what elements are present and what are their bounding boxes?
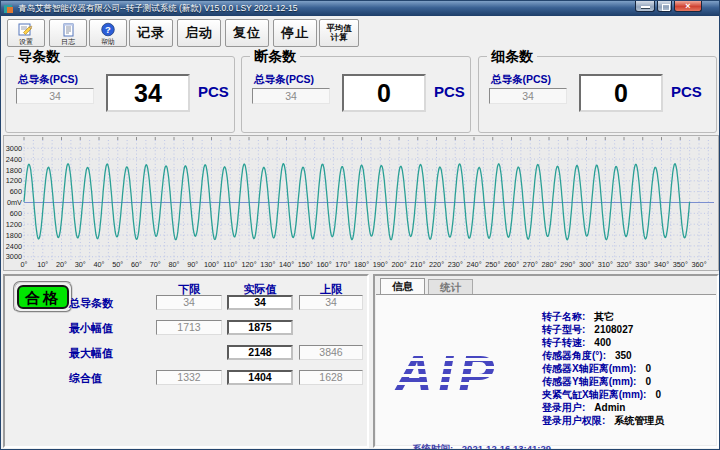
bar-count-unit: PCS <box>198 83 229 100</box>
svg-text:2400: 2400 <box>6 242 22 251</box>
window-controls: × <box>635 1 702 12</box>
y-axis-labels: 30002400180012006000mV600120018002400300… <box>6 144 22 262</box>
minimize-button[interactable] <box>635 1 655 12</box>
svg-text:350°: 350° <box>673 260 688 269</box>
svg-text:600: 600 <box>10 209 22 218</box>
waveform-trace <box>24 164 690 240</box>
titlebar: 青岛艾普智能仪器有限公司--转子测试系统 (新款) V15.0.0 LSY 20… <box>1 1 719 16</box>
result-row: 综合值133214041628 <box>5 370 367 386</box>
maximize-button[interactable] <box>657 1 672 12</box>
result-row: 最小幅值17131875 <box>5 320 367 336</box>
result-row-label: 最小幅值 <box>69 321 155 336</box>
svg-text:170°: 170° <box>335 260 350 269</box>
broken-total-label: 总导条(PCS) <box>254 73 314 87</box>
info-field-value: 400 <box>594 337 611 348</box>
help-button-label: 帮助 <box>101 38 115 45</box>
info-field: 转子转速:400 <box>542 336 664 349</box>
app-icon <box>4 4 14 14</box>
svg-text:270°: 270° <box>523 260 538 269</box>
info-field-value: 0 <box>655 389 661 400</box>
svg-text:120°: 120° <box>241 260 256 269</box>
stop-button[interactable]: 停止 <box>273 19 317 47</box>
info-field: 夹紧气缸X轴距离(mm):0 <box>542 388 664 401</box>
result-upper-limit: 1628 <box>299 370 363 385</box>
broken-total-field[interactable]: 34 <box>252 88 330 104</box>
result-row: 最大幅值21483846 <box>5 345 367 361</box>
svg-text:2400: 2400 <box>6 155 22 164</box>
svg-text:10°: 10° <box>37 260 48 269</box>
svg-text:110°: 110° <box>223 260 238 269</box>
svg-text:3000: 3000 <box>6 144 22 153</box>
svg-text:1800: 1800 <box>6 231 22 240</box>
log-icon <box>60 22 76 37</box>
svg-text:330°: 330° <box>635 260 650 269</box>
result-row-label: 最大幅值 <box>69 346 155 361</box>
svg-text:260°: 260° <box>504 260 519 269</box>
result-actual-value: 1875 <box>227 320 293 335</box>
average-calc-button[interactable]: 平均值 计算 <box>319 19 359 47</box>
svg-text:210°: 210° <box>410 260 425 269</box>
info-field-label: 夹紧气缸X轴距离(mm): <box>542 388 646 402</box>
broken-count-unit: PCS <box>434 83 465 100</box>
log-button[interactable]: 日志 <box>49 19 87 47</box>
svg-text:250°: 250° <box>485 260 500 269</box>
info-field-value: 其它 <box>594 310 614 324</box>
system-time-label: 系统时间: <box>412 443 453 450</box>
result-row-label: 综合值 <box>69 371 155 386</box>
help-button[interactable]: ? 帮助 <box>89 19 127 47</box>
info-field-value: 2108027 <box>594 324 633 335</box>
info-field-value: 0 <box>645 363 651 374</box>
svg-text:190°: 190° <box>373 260 388 269</box>
info-field-label: 传感器角度(°): <box>542 349 606 363</box>
info-field-label: 转子转速: <box>542 336 585 350</box>
svg-text:320°: 320° <box>616 260 631 269</box>
toolbar: 设置 日志 ? 帮助 记录 启动 复位 停止 平均值 计算 <box>1 16 719 49</box>
total-bars-label: 总导条(PCS) <box>18 73 78 87</box>
svg-text:30°: 30° <box>75 260 86 269</box>
svg-text:40°: 40° <box>93 260 104 269</box>
close-button[interactable]: × <box>674 1 702 12</box>
broken-count-value: 0 <box>342 74 426 112</box>
chart-grid <box>24 140 714 260</box>
svg-text:1200: 1200 <box>6 176 22 185</box>
record-button[interactable]: 记录 <box>129 19 173 47</box>
chart-top-ticks <box>24 137 699 140</box>
svg-text:100°: 100° <box>204 260 219 269</box>
reset-button[interactable]: 复位 <box>225 19 269 47</box>
groupbox-broken-count-title: 断条数 <box>250 48 300 66</box>
info-field: 传感器角度(°):350 <box>542 349 664 362</box>
groupbox-broken-count: 断条数 总导条(PCS) 34 0 PCS <box>241 56 471 133</box>
x-axis-labels: 0°10°20°30°40°50°60°70°80°90°100°110°120… <box>21 260 707 269</box>
bar-count-value: 34 <box>106 74 190 112</box>
svg-text:230°: 230° <box>448 260 463 269</box>
info-field: 转子名称:其它 <box>542 310 664 323</box>
start-button[interactable]: 启动 <box>177 19 221 47</box>
app-window: 青岛艾普智能仪器有限公司--转子测试系统 (新款) V15.0.0 LSY 20… <box>0 0 720 450</box>
svg-text:?: ? <box>105 24 111 35</box>
svg-text:3000: 3000 <box>6 252 22 261</box>
result-actual-value: 34 <box>227 295 293 310</box>
svg-text:180°: 180° <box>354 260 369 269</box>
settings-button-label: 设置 <box>19 38 33 45</box>
groupbox-bar-count-title: 导条数 <box>14 48 64 66</box>
tab-stats[interactable]: 统计 <box>428 279 473 294</box>
svg-text:70°: 70° <box>150 260 161 269</box>
info-tab-content: AIP 转子名称:其它转子型号:2108027转子转速:400传感器角度(°):… <box>376 294 716 445</box>
svg-text:220°: 220° <box>429 260 444 269</box>
result-upper-limit: 3846 <box>299 345 363 360</box>
thin-total-label: 总导条(PCS) <box>491 73 551 87</box>
info-field: 登录用户权限:系统管理员 <box>542 414 664 427</box>
svg-text:60°: 60° <box>131 260 142 269</box>
svg-text:360°: 360° <box>691 260 706 269</box>
result-lower-limit: 1713 <box>156 320 222 335</box>
settings-button[interactable]: 设置 <box>7 19 45 47</box>
svg-text:200°: 200° <box>391 260 406 269</box>
thin-total-field[interactable]: 34 <box>489 88 567 104</box>
info-field-label: 传感器Y轴距离(mm): <box>542 375 636 389</box>
svg-text:600: 600 <box>10 187 22 196</box>
total-bars-field[interactable]: 34 <box>16 88 94 104</box>
system-time: 系统时间: 2021-12-16 13:41:29 <box>412 443 551 450</box>
svg-text:310°: 310° <box>598 260 613 269</box>
info-field-value: Admin <box>594 402 625 413</box>
tab-info[interactable]: 信息 <box>380 278 425 294</box>
